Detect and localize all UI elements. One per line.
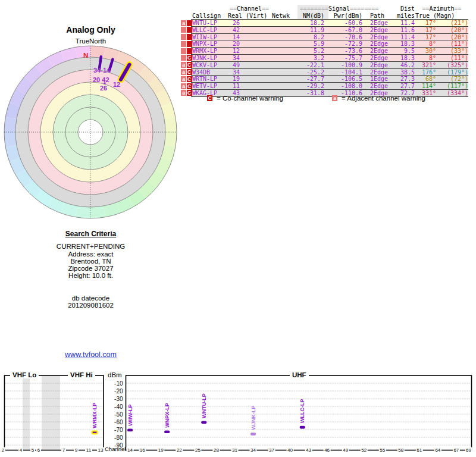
channel-tick-label: 5 <box>32 447 35 453</box>
cell-true-azimuth: 68° <box>415 76 436 82</box>
adjacent-channel-badge <box>181 27 186 33</box>
cell-true-azimuth: 17° <box>415 34 436 40</box>
cell-callsign: W34DB <box>192 69 228 76</box>
col-true-magn: True (Magn) <box>415 12 455 19</box>
db-datecode-value: 201209081602 <box>18 302 164 309</box>
station-label: WNTU-LP <box>201 393 207 418</box>
channel-tick-label: 25 <box>195 447 201 453</box>
channel-tick-label: 16 <box>140 447 145 453</box>
table-rows: a WNTU-LP 26 18.2 -60.6 2Edge 11.4 17° (… <box>191 20 468 97</box>
y-tick-labels: -10-20-30-40-50-60-70-80-90 <box>114 380 123 449</box>
cell-netwk <box>271 76 291 82</box>
co-channel-badge: C <box>187 55 192 61</box>
cell-path: 2Edge <box>362 55 387 61</box>
cell-virt-channel <box>240 55 271 61</box>
col-miles: miles <box>387 12 415 19</box>
cell-nm-db: 3.2 <box>291 55 324 61</box>
tvfool-link[interactable]: www.tvfool.com <box>18 350 164 359</box>
y-tick-label: -60 <box>114 419 123 425</box>
cell-path: 2Edge <box>362 40 387 47</box>
y-tick-label: -80 <box>114 434 123 441</box>
table-row: a C W34DB 34 -25.2 -104.1 2Edge 38.5 176… <box>191 69 468 76</box>
cell-pwr-dbm: -108.0 <box>324 83 362 89</box>
cell-netwk <box>271 62 291 68</box>
compass-n-label: N <box>83 52 88 59</box>
cell-magn-azimuth: (179°) <box>436 69 468 76</box>
adjacent-channel-badge <box>181 41 186 47</box>
cell-real-channel: 34 <box>228 69 240 76</box>
search-line: Zipcode 37027 <box>18 265 164 272</box>
channel-tick-label: 64 <box>435 447 440 453</box>
adjacent-channel-badge: a <box>181 83 186 89</box>
cell-pwr-dbm: -72.9 <box>324 40 362 47</box>
station-label: WJNK-LP <box>250 405 256 430</box>
cell-path: 2Edge <box>362 48 387 54</box>
station-marker: WRMX-LP <box>92 403 98 434</box>
cell-path: 1Edge <box>362 76 387 82</box>
station-marker: WNPX-LP <box>164 403 170 433</box>
cell-path: 2Edge <box>362 69 387 76</box>
col-netwk: Netwk <box>271 12 291 19</box>
col-callsign: Callsign <box>192 12 221 19</box>
cell-real-channel: 49 <box>228 62 240 68</box>
channel-tick-label: 52 <box>361 447 367 453</box>
table-row: WLLC-LP 42 11.9 -67.0 2Edge 11.6 17° (20… <box>191 27 468 34</box>
cell-path: 2Edge <box>362 62 387 68</box>
warning-legend: C = Co-channel warning a = Adjacent chan… <box>0 95 476 103</box>
cell-nm-db: -25.2 <box>291 69 324 76</box>
cell-nm-db: -29.2 <box>291 83 324 89</box>
cell-miles: 46.2 <box>387 62 415 68</box>
adjacent-channel-badge: a <box>181 20 186 26</box>
station-marker: WJNK-LP <box>250 405 256 435</box>
db-datecode: db datecode 201209081602 <box>18 295 164 309</box>
search-line: Address: exact <box>18 251 164 258</box>
cell-real-channel: 12 <box>228 48 240 54</box>
co-channel-badge <box>187 27 192 33</box>
cell-virt-channel <box>240 40 271 47</box>
station-label: WLLC-LP <box>299 399 305 423</box>
search-criteria-title: Search Criteria <box>18 230 164 237</box>
cell-nm-db: -22.1 <box>291 62 324 68</box>
co-channel-badge: C <box>187 83 192 89</box>
table-row: WIIW-LP 14 8.2 -70.6 2Edge 11.4 17° (20°… <box>191 34 468 41</box>
station-label: WIIW-LP <box>127 404 133 425</box>
cell-netwk <box>271 55 291 61</box>
table-row: a C WRTN-LP 19 -27.7 -106.5 1Edge 27.3 6… <box>191 76 468 83</box>
cell-pwr-dbm: -60.6 <box>324 20 362 26</box>
channel-tick-label: 61 <box>416 447 422 453</box>
tvfool-report-page: Analog Only TrueNorth N34-1420 422612 ==… <box>0 0 476 457</box>
cell-miles: 18.3 <box>387 40 415 47</box>
channel-tick-label: 46 <box>324 447 330 453</box>
cell-magn-azimuth: (117°) <box>436 83 468 89</box>
cell-callsign: WETV-LP <box>192 83 228 89</box>
search-criteria: Search Criteria CURRENT+PENDING Address:… <box>18 230 164 309</box>
cell-magn-azimuth: (11°) <box>436 55 468 61</box>
cell-netwk <box>271 83 291 89</box>
cell-netwk <box>271 27 291 33</box>
cell-true-azimuth: 8° <box>415 40 436 47</box>
radar-beam-label: 20 42 <box>93 76 109 83</box>
co-channel-badge <box>187 48 192 54</box>
channel-tick-label: 58 <box>398 447 403 453</box>
channel-tick-label: 13 <box>98 447 104 453</box>
cell-true-azimuth: 321° <box>415 62 436 68</box>
y-tick-label: -20 <box>114 388 123 395</box>
search-line: Brentood, TN <box>18 258 164 265</box>
table-row: a WNTU-LP 26 18.2 -60.6 2Edge 11.4 17° (… <box>191 20 468 27</box>
cell-miles: 11.6 <box>387 27 415 33</box>
cell-callsign: WLLC-LP <box>192 27 228 33</box>
cell-pwr-dbm: -73.6 <box>324 48 362 54</box>
channel-tick-label: 43 <box>306 447 311 453</box>
y-axis-title: dBm <box>108 371 122 378</box>
cell-magn-azimuth: (20°) <box>436 27 468 33</box>
cell-real-channel: 19 <box>228 76 240 82</box>
cell-callsign: WIIW-LP <box>192 34 228 40</box>
cell-miles: 18.3 <box>387 55 415 61</box>
cell-callsign: WNPX-LP <box>192 40 228 47</box>
station-marker: WNTU-LP <box>201 393 207 424</box>
channel-tick-label: 49 <box>343 447 348 453</box>
adjacent-channel-badge: a <box>181 69 186 75</box>
channel-tick-label: 22 <box>177 447 182 453</box>
y-tick-label: -50 <box>114 411 123 418</box>
cell-virt-channel <box>240 62 271 68</box>
